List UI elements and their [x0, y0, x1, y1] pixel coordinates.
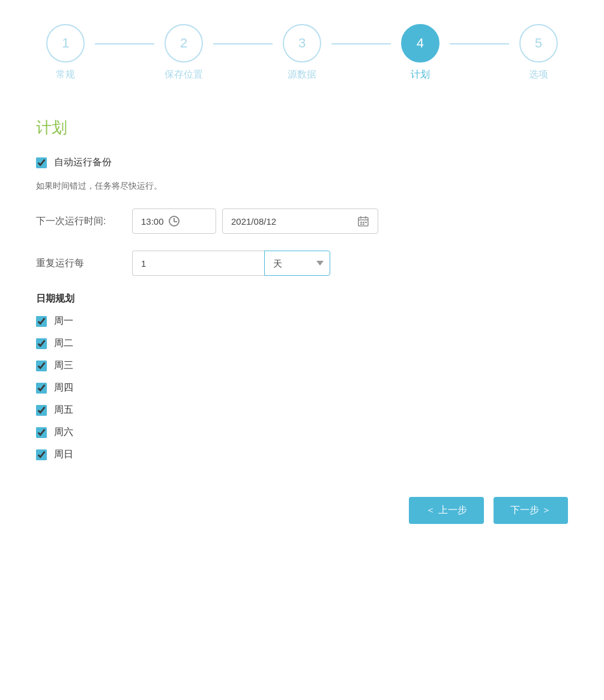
step-label-3: 源数据 [288, 68, 316, 81]
auto-run-checkbox[interactable] [36, 157, 47, 168]
section-title: 计划 [36, 117, 568, 138]
auto-run-label[interactable]: 自动运行备份 [54, 156, 112, 169]
connector-4-5 [450, 43, 509, 44]
day-row-fri: 周五 [36, 404, 568, 416]
label-wed[interactable]: 周三 [54, 359, 73, 372]
label-mon[interactable]: 周一 [54, 315, 73, 327]
note-text: 如果时间错过，任务将尽快运行。 [36, 181, 568, 192]
prev-button[interactable]: ＜ 上一步 [409, 497, 483, 524]
repeat-unit-select[interactable]: 天 周 月 [264, 251, 330, 276]
step-2[interactable]: 2 保存位置 [154, 24, 213, 81]
step-label-4: 计划 [411, 68, 430, 81]
label-sat[interactable]: 周六 [54, 426, 73, 439]
clock-icon [169, 216, 180, 227]
time-value: 13:00 [141, 216, 164, 227]
checkbox-fri[interactable] [36, 405, 47, 416]
date-rule-section: 日期规划 周一 周二 周三 周四 周五 周六 周日 [36, 293, 568, 461]
step-circle-5: 5 [519, 24, 558, 62]
label-tue[interactable]: 周二 [54, 337, 73, 350]
next-button[interactable]: 下一步 ＞ [494, 497, 568, 524]
auto-run-row: 自动运行备份 [36, 156, 568, 169]
step-1[interactable]: 1 常规 [36, 24, 95, 81]
step-circle-4: 4 [401, 24, 439, 62]
stepper: 1 常规 2 保存位置 3 源数据 4 计划 5 选项 [36, 24, 568, 81]
connector-2-3 [213, 43, 272, 44]
day-row-tue: 周二 [36, 337, 568, 350]
step-label-2: 保存位置 [165, 68, 203, 81]
day-row-sun: 周日 [36, 448, 568, 461]
next-run-label: 下一次运行时间: [36, 215, 132, 228]
time-input[interactable]: 13:00 [132, 208, 216, 234]
step-label-5: 选项 [529, 68, 548, 81]
label-fri[interactable]: 周五 [54, 404, 73, 416]
repeat-row: 重复运行每 天 周 月 [36, 251, 568, 276]
step-label-1: 常规 [56, 68, 75, 81]
checkbox-sun[interactable] [36, 449, 47, 460]
date-input[interactable]: 2021/08/12 [222, 208, 378, 234]
day-row-sat: 周六 [36, 426, 568, 439]
time-date-inputs: 13:00 2021/08/12 [132, 208, 378, 234]
repeat-number-input[interactable] [132, 251, 264, 276]
label-thu[interactable]: 周四 [54, 382, 73, 394]
checkbox-tue[interactable] [36, 338, 47, 349]
label-sun[interactable]: 周日 [54, 448, 73, 461]
connector-3-4 [331, 43, 390, 44]
day-row-wed: 周三 [36, 359, 568, 372]
repeat-inputs: 天 周 月 [132, 251, 330, 276]
step-5[interactable]: 5 选项 [509, 24, 568, 81]
checkbox-sat[interactable] [36, 427, 47, 438]
step-circle-1: 1 [46, 24, 85, 62]
date-rule-title: 日期规划 [36, 293, 568, 305]
svg-rect-7 [360, 224, 362, 225]
svg-rect-5 [363, 222, 364, 223]
button-row: ＜ 上一步 下一步 ＞ [36, 497, 568, 524]
checkbox-mon[interactable] [36, 316, 47, 327]
step-3[interactable]: 3 源数据 [273, 24, 331, 81]
svg-rect-8 [363, 224, 364, 225]
step-circle-3: 3 [283, 24, 321, 62]
day-row-mon: 周一 [36, 315, 568, 327]
svg-rect-4 [360, 222, 362, 223]
step-circle-2: 2 [165, 24, 203, 62]
checkbox-thu[interactable] [36, 383, 47, 394]
date-value: 2021/08/12 [231, 216, 276, 227]
next-run-row: 下一次运行时间: 13:00 2021/08/12 [36, 208, 568, 234]
repeat-label: 重复运行每 [36, 257, 132, 270]
day-row-thu: 周四 [36, 382, 568, 394]
step-4[interactable]: 4 计划 [391, 24, 450, 81]
connector-1-2 [95, 43, 154, 44]
svg-rect-6 [365, 222, 367, 223]
calendar-icon [357, 215, 369, 227]
checkbox-wed[interactable] [36, 361, 47, 371]
